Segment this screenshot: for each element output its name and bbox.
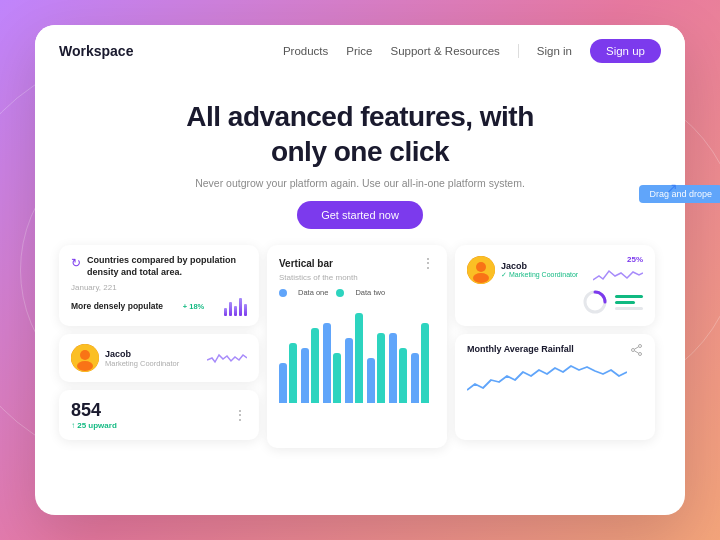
svg-line-10 xyxy=(634,347,638,350)
signin-link[interactable]: Sign in xyxy=(537,45,572,57)
svg-point-2 xyxy=(77,361,93,371)
rainfall-title: Monthly Average Rainfall xyxy=(467,344,574,356)
jacob-percent: 25% xyxy=(627,255,643,264)
vbar-header: Vertical bar ⋮ xyxy=(279,255,435,271)
mini-bar-5 xyxy=(244,304,247,316)
drag-cursor-icon: ↗ xyxy=(666,180,678,196)
bar-1-d2 xyxy=(289,343,297,403)
bar-2-d1 xyxy=(301,348,309,403)
jacob-top-info: Jacob ✓ Marketing Coordinator xyxy=(501,261,587,279)
number-menu-icon[interactable]: ⋮ xyxy=(233,407,247,423)
squiggle-jacob-top xyxy=(593,266,643,284)
jacob-top-role: ✓ Marketing Coordinator xyxy=(501,271,587,279)
countries-label: More densely populate xyxy=(71,301,163,311)
hero-title: All advanced features, with only one cli… xyxy=(55,99,665,169)
bar-3-d2 xyxy=(333,353,341,403)
hero-subtitle: Never outgrow your platform again. Use o… xyxy=(55,177,665,189)
loading-area xyxy=(467,288,643,316)
bar-1-d1 xyxy=(279,363,287,403)
svg-point-1 xyxy=(80,350,90,360)
rainfall-chart xyxy=(467,362,643,392)
vbar-subtitle: Statistics of the month xyxy=(279,273,435,282)
bar-4-d1 xyxy=(345,338,353,403)
avatar-jacob-bottom xyxy=(71,344,99,372)
svg-point-8 xyxy=(639,353,642,356)
squiggle-jacob-bottom xyxy=(207,350,247,366)
share-svg xyxy=(631,344,643,356)
bar-group-4 xyxy=(345,313,363,403)
logo: Workspace xyxy=(59,43,133,59)
jacob-top-right: 25% xyxy=(593,255,643,284)
number-trend: ↑ 25 upward xyxy=(71,421,117,430)
svg-line-11 xyxy=(634,351,638,354)
countries-stats: More densely populate + 18% xyxy=(71,296,247,316)
jacob-top-name: Jacob xyxy=(501,261,587,271)
main-card: Workspace Products Price Support & Resou… xyxy=(35,25,685,515)
legend-dot-1 xyxy=(279,289,287,297)
card-rainfall: Monthly Average Rainfall xyxy=(455,334,655,440)
legend-label-2: Data two xyxy=(355,288,385,297)
bar-group-7 xyxy=(411,323,429,403)
countries-date: January, 221 xyxy=(71,283,247,292)
legend-dot-2 xyxy=(336,289,344,297)
signup-button[interactable]: Sign up xyxy=(590,39,661,63)
bar-5-d2 xyxy=(377,333,385,403)
card-jacob-top: Jacob ✓ Marketing Coordinator 25% xyxy=(455,245,655,326)
countries-badge: + 18% xyxy=(183,302,204,311)
mini-bar-3 xyxy=(234,306,237,316)
card-vertical-bar: Vertical bar ⋮ Statistics of the month D… xyxy=(267,245,447,448)
jacob-bottom-name: Jacob xyxy=(105,349,201,359)
card-jacob-bottom: Jacob Marketing Coordinator xyxy=(59,334,259,382)
get-started-button[interactable]: Get started now xyxy=(297,201,423,229)
mini-bar-2 xyxy=(229,302,232,316)
legend-label-1: Data one xyxy=(298,288,328,297)
countries-header: ↻ Countries compared by population densi… xyxy=(71,255,247,278)
bar-group-1 xyxy=(279,343,297,403)
rainfall-svg xyxy=(467,362,627,397)
nav-support[interactable]: Support & Resources xyxy=(391,45,500,57)
bar-3-d1 xyxy=(323,323,331,403)
bar-6-d1 xyxy=(389,333,397,403)
jacob-bottom-info: Jacob Marketing Coordinator xyxy=(105,349,201,368)
jacob-bottom-role: Marketing Coordinator xyxy=(105,359,201,368)
mini-chart xyxy=(224,296,247,316)
nav-products[interactable]: Products xyxy=(283,45,328,57)
svg-point-5 xyxy=(473,273,489,283)
bar-group-5 xyxy=(367,333,385,403)
mini-bar-4 xyxy=(239,298,242,316)
loading-circle-icon xyxy=(581,288,609,316)
bar-group-6 xyxy=(389,333,407,403)
avatar-jacob-top xyxy=(467,256,495,284)
vbar-menu-icon[interactable]: ⋮ xyxy=(421,255,435,271)
vbar-legend: Data one Data two xyxy=(279,288,435,297)
rainfall-header: Monthly Average Rainfall xyxy=(467,344,643,358)
svg-point-4 xyxy=(476,262,486,272)
countries-title: Countries compared by population density… xyxy=(87,255,247,278)
svg-point-9 xyxy=(632,349,635,352)
bar-6-d2 xyxy=(399,348,407,403)
navbar: Workspace Products Price Support & Resou… xyxy=(35,25,685,77)
big-number: 854 xyxy=(71,400,117,421)
bar-5-d1 xyxy=(367,358,375,403)
drag-tooltip: Drag and drope xyxy=(639,185,720,203)
refresh-icon: ↻ xyxy=(71,256,81,270)
green-bars xyxy=(615,295,643,310)
mini-bar-1 xyxy=(224,308,227,316)
vbar-title: Vertical bar xyxy=(279,258,333,269)
svg-point-7 xyxy=(639,345,642,348)
bar-2-d2 xyxy=(311,328,319,403)
bar-group-2 xyxy=(301,328,319,403)
jacob-top-inner: Jacob ✓ Marketing Coordinator 25% xyxy=(467,255,643,284)
nav-divider xyxy=(518,44,519,58)
nav-links: Products Price Support & Resources Sign … xyxy=(283,39,661,63)
bar-7-d1 xyxy=(411,353,419,403)
bar-4-d2 xyxy=(355,313,363,403)
card-number: 854 ↑ 25 upward ⋮ xyxy=(59,390,259,440)
bar-7-d2 xyxy=(421,323,429,403)
bar-group-3 xyxy=(323,323,341,403)
nav-price[interactable]: Price xyxy=(346,45,372,57)
number-info: 854 ↑ 25 upward xyxy=(71,400,117,430)
card-countries: ↻ Countries compared by population densi… xyxy=(59,245,259,326)
rainfall-share-icon[interactable] xyxy=(631,344,643,358)
bar-chart xyxy=(279,307,435,407)
